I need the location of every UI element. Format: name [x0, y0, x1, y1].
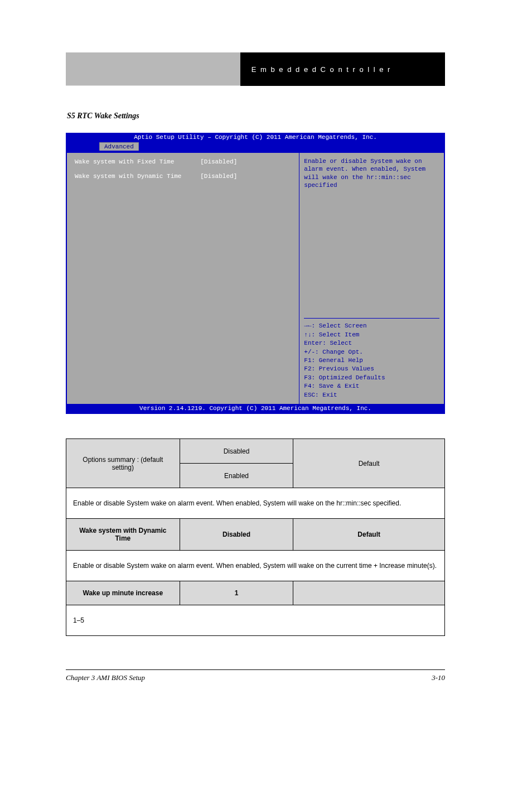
- bios-key-line: F2: Previous Values: [304, 365, 439, 373]
- table-row: Enable or disable System wake on alarm e…: [66, 488, 445, 519]
- row2-col3: [293, 581, 445, 605]
- row2-col2: 1: [180, 581, 293, 605]
- bios-key-line: →←: Select Screen: [304, 322, 439, 330]
- page-footer: Chapter 3 AMI BIOS Setup 3-10: [66, 669, 445, 682]
- hdr-disabled: Disabled: [180, 439, 293, 464]
- table-row: Wake up minute increase 1: [66, 581, 445, 605]
- section-title-left: S5 RTC Wake Settings: [67, 112, 139, 121]
- table-row: Wake system with Dynamic Time Disabled D…: [66, 519, 445, 551]
- bios-help-paragraph: Enable or disable System wake on alarm e…: [304, 157, 439, 189]
- bios-side-panel: Enable or disable System wake on alarm e…: [299, 153, 444, 404]
- bios-main-panel: Wake system with Fixed Time [Disabled] W…: [67, 153, 299, 404]
- row1-col3: Default: [293, 519, 445, 551]
- table-row: 1–5: [66, 605, 445, 636]
- bios-row-label: Wake system with Fixed Time: [75, 158, 200, 165]
- bios-key-line: +/-: Change Opt.: [304, 348, 439, 356]
- header-product-line: E m b e d d e d C o n t r o l l e r: [252, 65, 391, 74]
- hdr-default: Default: [293, 439, 445, 488]
- row2-desc: 1–5: [66, 605, 445, 636]
- bios-body: Wake system with Fixed Time [Disabled] W…: [66, 153, 445, 404]
- footer-chapter: Chapter 3 AMI BIOS Setup: [66, 673, 432, 682]
- bios-key-line: F1: General Help: [304, 356, 439, 365]
- bios-key-help: →←: Select Screen ↑↓: Select Item Enter:…: [304, 318, 439, 399]
- row1-desc: Enable or disable System wake on alarm e…: [66, 551, 445, 581]
- bios-row-dynamic-time[interactable]: Wake system with Dynamic Time [Disabled]: [75, 173, 291, 180]
- table-header-row: Options summary : (default setting) Disa…: [66, 439, 445, 464]
- bios-key-line: Enter: Select: [304, 339, 439, 348]
- header-left-plate: [66, 52, 240, 86]
- bios-row-fixed-time[interactable]: Wake system with Fixed Time [Disabled]: [75, 158, 291, 165]
- row1-col2: Disabled: [180, 519, 293, 551]
- bios-help-text: Enable or disable System wake on alarm e…: [304, 157, 439, 318]
- section-title-row: S5 RTC Wake Settings: [67, 112, 457, 121]
- bios-row-value: [Disabled]: [200, 158, 237, 165]
- row1-label: Wake system with Dynamic Time: [66, 519, 180, 551]
- table-row: Enable or disable System wake on alarm e…: [66, 551, 445, 581]
- options-table: Options summary : (default setting) Disa…: [66, 438, 445, 636]
- row0-desc: Enable or disable System wake on alarm e…: [66, 488, 445, 519]
- bios-key-line: F3: Optimized Defaults: [304, 374, 439, 382]
- bios-row-label: Wake system with Dynamic Time: [75, 173, 200, 180]
- bios-key-line: F4: Save & Exit: [304, 382, 439, 391]
- hdr-enabled: Enabled: [180, 464, 293, 488]
- bios-screenshot: Aptio Setup Utility – Copyright (C) 2011…: [66, 133, 445, 414]
- header-right-title: E m b e d d e d C o n t r o l l e r: [240, 52, 445, 86]
- bios-footer: Version 2.14.1219. Copyright (C) 2011 Am…: [66, 404, 445, 414]
- bios-tab-advanced[interactable]: Advanced: [99, 142, 139, 151]
- bios-key-line: ↑↓: Select Item: [304, 331, 439, 339]
- page-header: E m b e d d e d C o n t r o l l e r: [66, 52, 445, 86]
- bios-key-line: ESC: Exit: [304, 391, 439, 399]
- bios-title: Aptio Setup Utility – Copyright (C) 2011…: [66, 133, 445, 143]
- bios-row-value: [Disabled]: [200, 173, 237, 180]
- hdr-option: Options summary : (default setting): [66, 439, 180, 488]
- row2-label: Wake up minute increase: [66, 581, 180, 605]
- bios-tabbar: Advanced: [66, 143, 445, 153]
- footer-page-number: 3-10: [432, 673, 445, 682]
